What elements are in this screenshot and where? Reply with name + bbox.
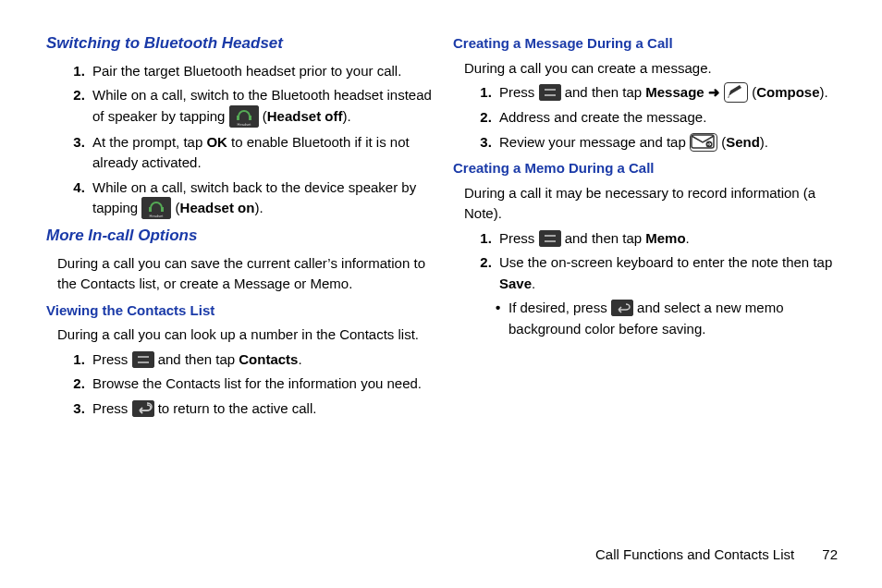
step: Press to return to the active call. [89,398,435,420]
step-text: to return to the active call. [158,400,317,416]
intro-text: During a call you can save the current c… [57,253,435,295]
steps-contacts: Press and then tap Contacts. Browse the … [46,349,435,420]
svg-rect-2 [249,116,251,120]
step-text: Press [92,400,132,416]
steps-message: Press and then tap Message ➜ (Compose). … [453,82,841,153]
step: At the prompt, tap OK to enable Bluetoot… [89,132,435,174]
step-text: At the prompt, tap [92,134,206,150]
step: Browse the Contacts list for the informa… [89,374,435,395]
step-text: Use the on-screen keyboard to enter the … [499,254,832,270]
step-text: . [298,351,301,367]
subsection-heading-contacts: Viewing the Contacts List [46,300,435,322]
svg-rect-8 [132,351,154,368]
step-text: ). [254,200,263,215]
svg-rect-12 [539,84,561,101]
step-text: ). [342,108,350,124]
left-column: Switching to Bluetooth Headset Pair the … [46,28,435,423]
back-icon [611,300,633,316]
step-text: and then tap [565,230,646,246]
steps-memo: Press and then tap Memo. Use the on-scre… [453,228,841,295]
page-footer: Call Functions and Contacts List 72 [595,546,838,562]
step-text: Address and create the message. [499,109,706,125]
step: While on a call, switch back to the devi… [89,178,435,221]
step-bold: Headset on [180,200,255,215]
intro-text: During a call you can look up a number i… [57,325,435,346]
section-heading-bluetooth: Switching to Bluetooth Headset [46,31,435,55]
step-bold: Memo [645,230,685,246]
menu-icon [539,230,561,247]
step: Press and then tap Message ➜ (Compose). [496,82,841,104]
step: Press and then tap Memo. [496,228,841,250]
step: Pair the target Bluetooth headset prior … [89,61,435,82]
arrow-icon: ➜ [704,84,724,100]
bullet-item: If desired, press and select a new memo … [496,298,841,339]
steps-bluetooth: Pair the target Bluetooth headset prior … [46,61,435,221]
svg-rect-6 [161,207,164,212]
step-text: and then tap [565,84,646,100]
subsection-heading-message: Creating a Message During a Call [453,33,841,55]
step-text: Browse the Contacts list for the informa… [92,375,422,391]
step-bold: Headset off [267,108,343,124]
svg-rect-17 [539,230,561,247]
send-icon [690,133,717,152]
subsection-heading-memo: Creating a Memo During a Call [453,158,841,179]
step-text: and then tap [158,351,239,367]
menu-icon [539,84,561,101]
section-heading-incall: More In-call Options [46,224,435,248]
step-text: Pair the target Bluetooth headset prior … [92,63,401,79]
step-text: . [532,276,535,291]
step-text: Press [499,84,539,100]
step-bold: Compose [756,84,819,100]
step-text: Review your message and tap [499,134,690,150]
back-icon [132,400,154,417]
svg-text:Headset: Headset [150,214,165,218]
bullet-list: If desired, press and select a new memo … [453,298,841,339]
step-bold: Contacts [239,351,298,367]
menu-icon [132,351,154,368]
headset-icon: Headset [141,197,171,219]
page-number: 72 [822,546,838,562]
step: Press and then tap Contacts. [89,349,435,371]
step-text: Press [92,351,132,367]
step-bold: Message [645,84,704,100]
step-text: Press [499,230,539,246]
step-text: ). [820,84,828,100]
step-bold: Save [499,276,532,291]
step-text: ). [760,134,768,150]
intro-text: During a call you can create a message. [464,58,841,80]
headset-icon: Headset [229,105,259,128]
chapter-title: Call Functions and Contacts List [595,546,794,562]
step-bold: Send [726,134,760,150]
svg-rect-1 [237,116,239,120]
svg-rect-5 [149,207,152,212]
step: While on a call, switch to the Bluetooth… [89,85,435,129]
step: Address and create the message. [496,107,841,129]
step: Review your message and tap (Send). [496,132,841,153]
bullet-text: If desired, press [508,300,611,315]
intro-text: During a call it may be necessary to rec… [464,183,841,225]
right-column: Creating a Message During a Call During … [453,28,841,423]
step-bold: OK [206,134,227,150]
step: Use the on-screen keyboard to enter the … [496,252,841,294]
page-content: Switching to Bluetooth Headset Pair the … [0,0,882,441]
step-text: . [686,230,690,246]
compose-icon [724,82,748,103]
svg-text:Headset: Headset [237,122,251,127]
